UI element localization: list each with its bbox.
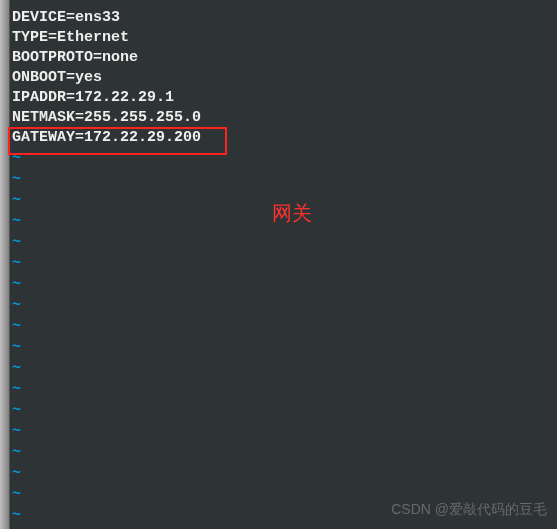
config-line-ipaddr: IPADDR=172.22.29.1: [12, 88, 557, 108]
tilde-line: ~: [12, 274, 557, 295]
watermark: CSDN @爱敲代码的豆毛: [391, 501, 547, 519]
tilde-line: ~: [12, 316, 557, 337]
tilde-line: ~: [12, 148, 557, 169]
tilde-line: ~: [12, 295, 557, 316]
tilde-line: ~: [12, 442, 557, 463]
tilde-line: ~: [12, 358, 557, 379]
config-line-device: DEVICE=ens33: [12, 8, 557, 28]
tilde-line: ~: [12, 379, 557, 400]
tilde-line: ~: [12, 232, 557, 253]
tilde-line: ~: [12, 337, 557, 358]
tilde-line: ~: [12, 463, 557, 484]
config-line-bootproto: BOOTPROTO=none: [12, 48, 557, 68]
tilde-line: ~: [12, 421, 557, 442]
terminal-content: DEVICE=ens33 TYPE=Ethernet BOOTPROTO=non…: [0, 0, 557, 526]
config-line-type: TYPE=Ethernet: [12, 28, 557, 48]
tilde-line: ~: [12, 400, 557, 421]
tilde-line: ~: [12, 169, 557, 190]
annotation-gateway: 网关: [272, 200, 312, 227]
config-line-onboot: ONBOOT=yes: [12, 68, 557, 88]
tilde-line: ~: [12, 253, 557, 274]
config-line-gateway: GATEWAY=172.22.29.200: [12, 128, 557, 148]
config-line-netmask: NETMASK=255.255.255.0: [12, 108, 557, 128]
